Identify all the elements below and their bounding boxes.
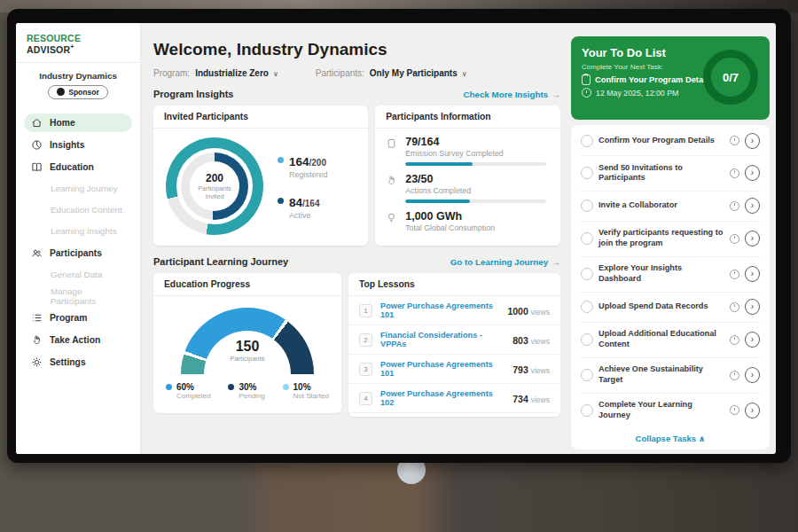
- sidebar-item-label: Home: [50, 118, 75, 128]
- actions-icon: [386, 175, 397, 186]
- views-suffix: views: [531, 395, 550, 404]
- chevron-right-icon: ›: [751, 370, 754, 379]
- lesson-link[interactable]: Financial Considerations - VPPAs: [380, 331, 505, 348]
- invited-participants-card: Invited Participants 200 Participants In…: [153, 106, 368, 246]
- sidebar-item-manage-participants[interactable]: Manage Participants: [24, 287, 132, 305]
- sidebar-item-settings[interactable]: Settings: [24, 353, 132, 372]
- chevron-down-icon[interactable]: ∨: [462, 70, 467, 78]
- collapse-tasks-link[interactable]: Collapse Tasks ∧: [581, 427, 760, 446]
- sidebar-item-learning-journey[interactable]: Learning Journey: [24, 180, 132, 198]
- clock-icon: [730, 405, 739, 415]
- task-row-upload-educational-content[interactable]: Upload Additional Educational Content ›: [581, 323, 760, 358]
- chevron-down-icon[interactable]: ∨: [273, 70, 278, 78]
- sidebar-item-insights[interactable]: Insights: [24, 136, 132, 154]
- actions-label: Actions Completed: [405, 186, 550, 195]
- task-checkbox[interactable]: [581, 135, 593, 147]
- learning-cards: Education Progress 150 Participants: [153, 273, 560, 417]
- task-row-upload-spend-data[interactable]: Upload Spend Data Records ›: [581, 293, 760, 323]
- emission-survey-progress-fill: [405, 162, 473, 166]
- clock-icon: [730, 302, 739, 312]
- clock-icon: [730, 270, 739, 279]
- dashboard-screen: RESOURCE ADVISOR+ Industry Dynamics Spon…: [16, 23, 776, 454]
- sponsor-icon: [57, 88, 65, 96]
- chevron-right-button[interactable]: ›: [745, 403, 760, 419]
- task-label: Invite a Collaborator: [598, 200, 724, 211]
- education-progress-title: Education Progress: [153, 273, 341, 296]
- task-row-send-invitations[interactable]: Send 50 Invitations to Participants ›: [581, 156, 760, 192]
- task-row-explore-insights[interactable]: Explore Your Insights Dashboard ›: [581, 257, 760, 293]
- participants-information-title: Participants Information: [375, 106, 560, 129]
- sidebar-item-label: Education: [50, 162, 94, 172]
- sidebar-item-education-content[interactable]: Education Content: [24, 201, 132, 219]
- task-row-achieve-target[interactable]: Achieve One Sustainability Target ›: [581, 358, 760, 394]
- sidebar-item-general-data[interactable]: General Data: [24, 266, 132, 284]
- chevron-right-button[interactable]: ›: [745, 299, 760, 315]
- invited-donut-center: 200 Participants Invited: [190, 161, 239, 211]
- task-checkbox[interactable]: [581, 268, 593, 280]
- sidebar-item-learning-insights[interactable]: Learning Insights: [24, 223, 132, 240]
- top-lessons-card: Top Lessons 1 Power Purchase Agreements …: [348, 273, 560, 417]
- scene: RESOURCE ADVISOR+ Industry Dynamics Spon…: [0, 0, 798, 532]
- todo-counter: 0/7: [723, 71, 739, 84]
- task-checkbox[interactable]: [581, 404, 593, 417]
- chevron-right-button[interactable]: ›: [745, 165, 760, 181]
- program-filter[interactable]: Program:Industrialize Zero∨: [153, 68, 278, 78]
- participants-icon: [31, 247, 43, 259]
- chevron-right-button[interactable]: ›: [745, 133, 760, 149]
- task-checkbox[interactable]: [581, 333, 593, 346]
- sidebar-item-home[interactable]: Home: [24, 113, 132, 132]
- task-row-complete-learning-journey[interactable]: Complete Your Learning Journey ›: [581, 394, 760, 428]
- chevron-right-icon: ›: [751, 168, 754, 177]
- task-checkbox[interactable]: [581, 232, 593, 245]
- check-more-insights-link[interactable]: Check More Insights→: [463, 90, 560, 99]
- invited-participants-body: 200 Participants Invited 164/200 Registe: [153, 129, 368, 235]
- lesson-rank: 4: [359, 392, 372, 405]
- program-filter-value[interactable]: Industrialize Zero: [195, 68, 269, 78]
- participants-filter[interactable]: Participants:Only My Participants∨: [316, 68, 467, 78]
- consumption-icon: [386, 212, 397, 223]
- go-to-learning-journey-link[interactable]: Go to Learning Journey→: [450, 257, 560, 267]
- legend-dot-not-started: [283, 384, 289, 390]
- sidebar-item-education[interactable]: Education: [24, 158, 132, 176]
- lesson-link[interactable]: Power Purchase Agreements 101: [380, 360, 505, 378]
- consumption-label: Total Global Consumption: [405, 223, 550, 232]
- sidebar-item-take-action[interactable]: Take Action: [24, 331, 132, 349]
- task-row-confirm-program[interactable]: Confirm Your Program Details ›: [581, 126, 760, 156]
- sponsor-badge-label: Sponsor: [68, 88, 98, 97]
- chevron-right-button[interactable]: ›: [745, 198, 760, 214]
- lesson-views: 793: [512, 364, 528, 375]
- views-suffix: views: [531, 366, 550, 375]
- task-checkbox[interactable]: [581, 369, 593, 381]
- pending-label: Pending: [239, 392, 264, 400]
- actions-progress: [405, 200, 546, 203]
- task-label: Upload Additional Educational Content: [598, 329, 724, 350]
- completed-label: Completed: [176, 392, 211, 400]
- task-checkbox[interactable]: [581, 301, 593, 313]
- sidebar-item-program[interactable]: Program: [24, 309, 132, 327]
- participants-filter-label: Participants:: [316, 68, 364, 78]
- chevron-right-icon: ›: [751, 233, 754, 243]
- task-row-verify-participants[interactable]: Verify participants requesting to join t…: [581, 222, 760, 257]
- chevron-right-button[interactable]: ›: [745, 332, 760, 348]
- top-lessons-title: Top Lessons: [348, 273, 560, 296]
- task-checkbox[interactable]: [581, 167, 593, 179]
- participants-filter-value[interactable]: Only My Participants: [370, 68, 458, 78]
- invited-total: 200: [206, 172, 223, 184]
- task-label: Verify participants requesting to join t…: [598, 228, 724, 249]
- chevron-right-button[interactable]: ›: [745, 367, 760, 383]
- lesson-link[interactable]: Power Purchase Agreements 101: [380, 301, 499, 319]
- task-checkbox[interactable]: [581, 200, 593, 212]
- lesson-link[interactable]: Power Purchase Agreements 102: [380, 389, 505, 407]
- metric-consumption: 1,000 GWh Total Global Consumption: [375, 203, 560, 237]
- registered-count: 164: [289, 155, 309, 168]
- chevron-right-button[interactable]: ›: [745, 231, 760, 246]
- sidebar-item-participants[interactable]: Participants: [24, 244, 132, 262]
- chevron-right-button[interactable]: ›: [745, 266, 760, 282]
- arrow-right-icon: →: [552, 90, 560, 99]
- legend-completed: 60%Completed: [166, 382, 211, 400]
- clock-icon: [730, 201, 739, 211]
- task-row-invite-collaborator[interactable]: Invite a Collaborator ›: [581, 192, 760, 222]
- invited-total-label: Participants Invited: [193, 185, 236, 200]
- link-label: Check More Insights: [463, 90, 548, 99]
- chevron-up-icon: ∧: [699, 434, 706, 443]
